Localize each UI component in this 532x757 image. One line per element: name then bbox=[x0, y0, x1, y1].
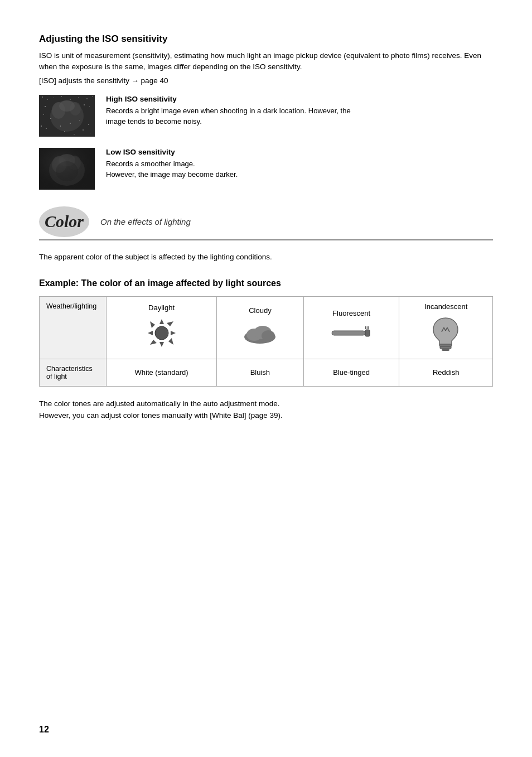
daylight-cell: Daylight bbox=[107, 296, 217, 359]
footer-line-1: The color tones are adjusted automatical… bbox=[39, 399, 280, 408]
svg-rect-3 bbox=[53, 98, 54, 98]
footer-line-2: However, you can adjust color tones manu… bbox=[39, 411, 283, 420]
characteristics-label-cell: Characteristics of light bbox=[40, 359, 107, 386]
daylight-char-cell: White (standard) bbox=[107, 359, 217, 386]
svg-marker-39 bbox=[159, 319, 164, 324]
color-intro-text: The apparent color of the subject is aff… bbox=[39, 252, 493, 263]
svg-rect-28 bbox=[90, 133, 91, 133]
daylight-label: Daylight bbox=[113, 303, 210, 312]
svg-point-50 bbox=[262, 330, 275, 341]
svg-rect-27 bbox=[83, 129, 84, 131]
svg-rect-9 bbox=[45, 106, 46, 107]
fluorescent-char-cell: Blue-tinged bbox=[303, 359, 399, 386]
svg-rect-22 bbox=[70, 123, 71, 124]
cloudy-label: Cloudy bbox=[224, 306, 296, 315]
svg-rect-61 bbox=[442, 349, 449, 351]
low-iso-caption: Low ISO sensitivity Records a smoother i… bbox=[106, 148, 493, 180]
table-row-characteristics: Characteristics of light White (standard… bbox=[40, 359, 493, 386]
color-section-divider: Color On the effects of lighting bbox=[39, 206, 493, 240]
svg-rect-60 bbox=[440, 346, 451, 349]
low-iso-row: Low ISO sensitivity Records a smoother i… bbox=[39, 148, 493, 190]
svg-rect-20 bbox=[50, 118, 51, 119]
color-label-text: Color bbox=[45, 212, 84, 231]
example-section: Example: The color of an image affected … bbox=[39, 278, 493, 422]
sun-icon bbox=[145, 316, 178, 350]
svg-rect-30 bbox=[74, 134, 75, 134]
high-iso-desc: Records a bright image even when shootin… bbox=[106, 105, 493, 127]
low-iso-title: Low ISO sensitivity bbox=[106, 148, 493, 156]
svg-rect-24 bbox=[88, 124, 89, 125]
svg-rect-25 bbox=[46, 128, 47, 129]
bulb-icon bbox=[431, 315, 461, 351]
fluorescent-icon bbox=[329, 322, 374, 344]
low-iso-image bbox=[39, 148, 95, 190]
svg-marker-40 bbox=[159, 342, 164, 347]
svg-marker-46 bbox=[168, 338, 173, 345]
high-iso-title: High ISO sensitivity bbox=[106, 95, 493, 103]
color-subtitle-text: On the effects of lighting bbox=[100, 217, 191, 226]
svg-point-18 bbox=[59, 100, 75, 112]
footer-note: The color tones are adjusted automatical… bbox=[39, 398, 493, 422]
high-iso-caption: High ISO sensitivity Records a bright im… bbox=[106, 95, 493, 127]
high-iso-row: High ISO sensitivity Records a bright im… bbox=[39, 95, 493, 137]
svg-rect-51 bbox=[332, 331, 365, 335]
iso-intro-text: ISO is unit of measurement (sensitivity)… bbox=[39, 50, 493, 73]
weather-label-cell: Weather/lighting bbox=[40, 296, 107, 359]
svg-rect-23 bbox=[79, 120, 80, 120]
iso-section-title: Adjusting the ISO sensitivity bbox=[39, 33, 493, 45]
svg-rect-1 bbox=[42, 97, 43, 98]
svg-rect-4 bbox=[61, 96, 62, 97]
arrow-icon: → bbox=[132, 76, 139, 85]
svg-rect-29 bbox=[41, 126, 42, 127]
svg-marker-45 bbox=[150, 340, 157, 345]
fluorescent-label: Fluorescent bbox=[311, 309, 393, 317]
iso-section: Adjusting the ISO sensitivity ISO is uni… bbox=[39, 33, 493, 190]
svg-rect-19 bbox=[43, 114, 44, 115]
svg-rect-7 bbox=[86, 98, 88, 99]
cloudy-cell: Cloudy bbox=[217, 296, 303, 359]
svg-rect-52 bbox=[365, 330, 370, 336]
svg-rect-8 bbox=[92, 97, 93, 97]
incandescent-label: Incandescent bbox=[406, 302, 486, 311]
svg-marker-41 bbox=[148, 331, 153, 335]
high-iso-image bbox=[39, 95, 95, 137]
low-iso-desc: Records a smoother image. However, the i… bbox=[106, 158, 493, 180]
incandescent-char-cell: Reddish bbox=[399, 359, 493, 386]
svg-marker-42 bbox=[171, 331, 176, 335]
svg-rect-21 bbox=[60, 126, 61, 127]
svg-marker-44 bbox=[167, 321, 173, 326]
svg-rect-2 bbox=[47, 99, 48, 100]
svg-rect-5 bbox=[70, 99, 71, 100]
svg-rect-6 bbox=[78, 97, 79, 98]
svg-rect-59 bbox=[439, 344, 452, 346]
cloudy-char-cell: Bluish bbox=[217, 359, 303, 386]
svg-marker-43 bbox=[150, 321, 155, 328]
example-title: Example: The color of an image affected … bbox=[39, 278, 493, 288]
svg-rect-14 bbox=[89, 106, 90, 107]
light-source-table: Weather/lighting Daylight bbox=[39, 296, 493, 387]
svg-point-38 bbox=[155, 326, 168, 340]
fluorescent-cell: Fluorescent bbox=[303, 296, 399, 359]
table-row-icons: Weather/lighting Daylight bbox=[40, 296, 493, 359]
svg-rect-26 bbox=[64, 131, 65, 132]
svg-rect-13 bbox=[84, 104, 85, 105]
color-label-badge: Color bbox=[39, 206, 89, 237]
page-number: 12 bbox=[39, 725, 49, 735]
iso-reference: [ISO] adjusts the sensitivity → page 40 bbox=[39, 76, 493, 85]
svg-rect-37 bbox=[39, 148, 95, 190]
incandescent-cell: Incandescent bbox=[399, 296, 493, 359]
cloud-icon bbox=[240, 319, 279, 347]
page-container: Adjusting the ISO sensitivity ISO is uni… bbox=[0, 0, 532, 757]
